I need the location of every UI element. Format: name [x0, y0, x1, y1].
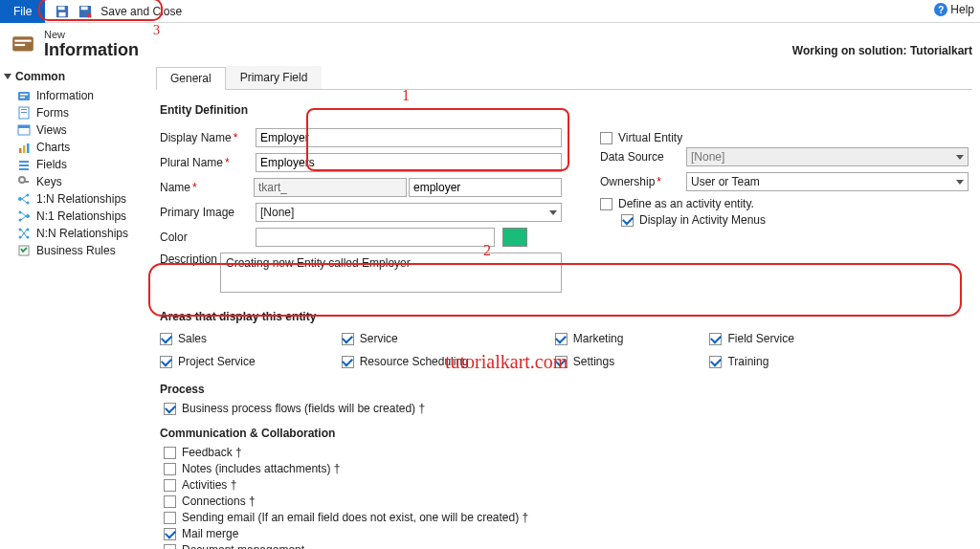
area-field-service-checkbox[interactable]: [709, 333, 722, 345]
display-name-label: Display Name*: [160, 131, 256, 144]
name-label: Name*: [160, 181, 254, 194]
area-marketing-checkbox[interactable]: [555, 333, 568, 345]
area-label: Sales: [178, 332, 207, 345]
nav-item-keys[interactable]: Keys: [4, 173, 145, 190]
working-on-solution: Working on solution: Tutorialkart: [792, 44, 972, 57]
svg-rect-10: [20, 97, 25, 99]
nav-item-label: Charts: [36, 141, 70, 154]
relnn-icon: [17, 227, 31, 240]
svg-rect-12: [21, 109, 27, 110]
virtual-entity-label: Virtual Entity: [618, 131, 682, 144]
section-comm-title: Communication & Collaboration: [160, 427, 969, 440]
comm-activities--checkbox[interactable]: [164, 479, 176, 492]
reln1-icon: [17, 209, 31, 223]
svg-rect-7: [14, 43, 25, 45]
comm-mail-merge-checkbox[interactable]: [164, 528, 176, 540]
comm-notes-includes-attachments--checkbox[interactable]: [164, 463, 176, 475]
nav-item-n-n-relationships[interactable]: N:N Relationships: [4, 225, 145, 242]
area-sales-checkbox[interactable]: [160, 333, 172, 345]
plural-name-input[interactable]: [256, 153, 562, 172]
chevron-down-icon: [956, 180, 964, 185]
nav-item-n-1-relationships[interactable]: N:1 Relationships: [4, 208, 145, 225]
area-label: Settings: [573, 355, 614, 368]
nav-item-label: Fields: [36, 158, 67, 171]
forms-icon: [17, 106, 31, 120]
help-icon: ?: [934, 3, 947, 16]
svg-rect-8: [18, 92, 30, 100]
help-link[interactable]: ? Help: [934, 3, 974, 16]
comm-sending-email-if-an-email-field-does-not-exist-one-will-be-created--checkbox[interactable]: [164, 512, 176, 524]
nav-item-fields[interactable]: Fields: [4, 156, 145, 173]
primary-image-label: Primary Image: [160, 206, 256, 219]
color-swatch[interactable]: [502, 228, 527, 247]
description-textarea[interactable]: Creating new Entity called Employer: [220, 253, 562, 293]
area-service-checkbox[interactable]: [342, 333, 354, 345]
color-label: Color: [160, 231, 256, 244]
chevron-down-icon: [549, 210, 557, 215]
save-close-button[interactable]: Save and Close: [45, 0, 191, 23]
content-pane: General Primary Field Entity Definition …: [148, 64, 980, 549]
nav-item-forms[interactable]: Forms: [4, 104, 145, 121]
file-menu-button[interactable]: File: [0, 0, 45, 23]
charts-icon: [17, 141, 31, 154]
name-input[interactable]: [409, 178, 562, 197]
area-label: Field Service: [727, 332, 793, 345]
svg-point-27: [26, 214, 30, 218]
svg-rect-2: [59, 11, 66, 15]
ownership-select[interactable]: User or Team: [686, 172, 969, 191]
area-label: Service: [360, 332, 398, 345]
bpf-checkbox[interactable]: [164, 403, 176, 415]
area-training-checkbox[interactable]: [709, 356, 722, 368]
rules-icon: [17, 244, 31, 257]
area-label: Project Service: [178, 355, 256, 368]
keys-icon: [17, 175, 31, 188]
nav-item-business-rules[interactable]: Business Rules: [4, 242, 145, 259]
svg-rect-16: [19, 148, 22, 153]
activity-entity-checkbox[interactable]: [600, 198, 612, 210]
primary-image-select[interactable]: [None]: [256, 203, 562, 222]
comm-feedback--checkbox[interactable]: [164, 447, 176, 459]
nav-item-label: Keys: [36, 175, 62, 188]
entity-icon: [10, 32, 36, 58]
section-areas-title: Areas that display this entity: [160, 310, 969, 323]
chevron-down-icon: [4, 74, 11, 79]
tab-general[interactable]: General: [156, 67, 226, 90]
nav-item-1-n-relationships[interactable]: 1:N Relationships: [4, 190, 145, 208]
help-label: Help: [950, 3, 974, 16]
nav-item-label: Views: [36, 123, 67, 137]
area-project-service-checkbox[interactable]: [160, 356, 172, 368]
nav-item-information[interactable]: Information: [4, 87, 145, 104]
svg-rect-18: [27, 143, 30, 153]
nav-item-label: Information: [36, 89, 94, 102]
views-icon: [17, 123, 31, 137]
display-activity-menus-checkbox[interactable]: [621, 214, 634, 227]
chevron-down-icon: [956, 155, 964, 160]
svg-rect-13: [21, 112, 27, 113]
section-entity-definition: Entity Definition: [160, 103, 969, 117]
data-source-select[interactable]: [None]: [686, 147, 969, 166]
svg-rect-9: [20, 94, 28, 96]
comm-document-management-checkbox[interactable]: [164, 544, 176, 550]
info-icon: [17, 89, 31, 102]
virtual-entity-checkbox[interactable]: [600, 132, 612, 144]
nav-item-views[interactable]: Views: [4, 121, 145, 139]
save-close-icon: [78, 4, 93, 19]
area-settings-checkbox[interactable]: [555, 356, 568, 368]
area-label: Training: [727, 355, 768, 368]
new-label: New: [44, 29, 139, 40]
nav-section-common[interactable]: Common: [4, 70, 145, 83]
display-name-input[interactable]: [256, 128, 562, 147]
nav-item-label: 1:N Relationships: [36, 192, 126, 206]
comm-item-label: Document management: [182, 543, 304, 549]
tab-primary-field[interactable]: Primary Field: [226, 66, 323, 89]
svg-rect-6: [14, 39, 31, 41]
tab-general-label: General: [170, 72, 212, 85]
nav-item-charts[interactable]: Charts: [4, 139, 145, 156]
activity-entity-label: Define as an activity entity.: [618, 197, 754, 210]
comm-connections--checkbox[interactable]: [164, 495, 176, 508]
save-close-label: Save and Close: [100, 5, 182, 18]
svg-rect-17: [23, 145, 26, 153]
color-input[interactable]: [256, 228, 495, 247]
area-resource-scheduling-checkbox[interactable]: [342, 356, 354, 368]
area-label: Resource Scheduling: [360, 355, 469, 368]
